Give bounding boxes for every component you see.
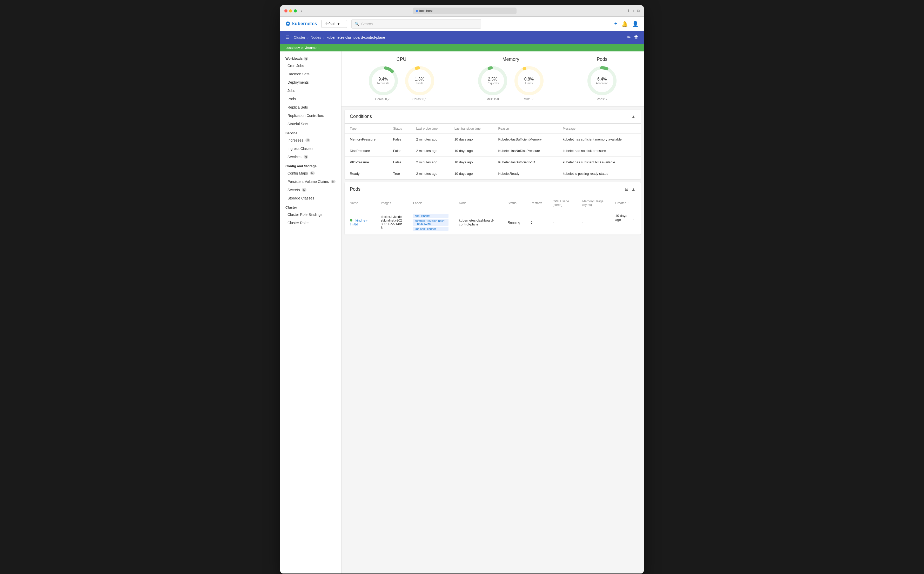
sidebar-icon[interactable]: ⧉: [637, 9, 640, 13]
sidebar-item-stateful-sets[interactable]: Stateful Sets: [280, 120, 341, 128]
condition-type: Ready: [345, 168, 388, 180]
pods-col-status: Status: [502, 196, 525, 210]
minimize-button[interactable]: [289, 9, 292, 13]
sidebar-item-storage-classes[interactable]: Storage Classes: [280, 194, 341, 202]
notification-icon[interactable]: 🔔: [622, 21, 628, 27]
pvc-badge: N: [331, 180, 336, 183]
user-icon[interactable]: 👤: [632, 21, 639, 27]
breadcrumb-sep-1: ›: [307, 35, 309, 39]
dropdown-icon: ▾: [338, 22, 339, 26]
back-button[interactable]: ‹: [301, 9, 302, 13]
env-text: Local dev environment: [285, 46, 320, 50]
sidebar-item-pvc[interactable]: Persistent Volume Claims N: [280, 177, 341, 186]
sidebar-item-deployments[interactable]: Deployments: [280, 78, 341, 87]
sidebar-item-secrets[interactable]: Secrets N: [280, 186, 341, 194]
memory-limits-bottom: MiB: 50: [524, 98, 534, 101]
col-reason: Reason: [493, 124, 557, 134]
condition-reason: KubeletHasSufficientMemory: [493, 134, 557, 145]
cpu-limits-label: Limits: [415, 82, 424, 85]
pods-chart-group: Pods 6.4% Allocation: [586, 57, 617, 101]
conditions-header: Conditions ▲: [345, 110, 641, 124]
pods-section: Pods ⊟ ▲ Name Images Labels Node Status: [345, 182, 641, 235]
url-input[interactable]: localhost ···: [412, 8, 516, 14]
cpu-limits-donut: 1.3% Limits: [404, 65, 435, 96]
namespace-select[interactable]: default ▾: [321, 20, 347, 28]
sidebar-item-daemon-sets[interactable]: Daemon Sets: [280, 70, 341, 78]
condition-message: kubelet has sufficient memory available: [557, 134, 641, 145]
label-chip: controller-revision-hash: 5 8f5b657b8: [413, 219, 449, 226]
sidebar-item-cluster-roles[interactable]: Cluster Roles: [280, 219, 341, 227]
pods-toggle[interactable]: ▲: [631, 187, 636, 192]
sidebar-item-jobs[interactable]: Jobs: [280, 87, 341, 95]
table-row: PIDPressure False 2 minutes ago 10 days …: [345, 157, 641, 168]
sidebar-item-services[interactable]: Services N: [280, 153, 341, 161]
sidebar-item-cron-jobs[interactable]: Cron Jobs: [280, 62, 341, 70]
pods-allocation-label: Allocation: [596, 82, 608, 85]
condition-last-transition: 10 days ago: [449, 168, 493, 180]
cpu-requests-donut: 9.4% Requests: [368, 65, 399, 96]
cpu-requests-pct: 9.4%: [377, 77, 389, 82]
new-tab-icon[interactable]: +: [632, 9, 634, 13]
cpu-limits-chart: 1.3% Limits Cores: 0,1: [404, 65, 435, 101]
pods-col-cpu: CPU Usage (cores): [548, 196, 577, 210]
condition-type: MemoryPressure: [345, 134, 388, 145]
table-row: Ready True 2 minutes ago 10 days ago Kub…: [345, 168, 641, 180]
sidebar-item-config-maps[interactable]: Config Maps N: [280, 169, 341, 177]
memory-limits-label: Limits: [524, 82, 534, 85]
sidebar-item-ingress-classes[interactable]: Ingress Classes: [280, 144, 341, 153]
maximize-button[interactable]: [294, 9, 297, 13]
url-text: localhost: [419, 9, 433, 13]
sidebar-item-replica-sets[interactable]: Replica Sets: [280, 103, 341, 112]
memory-limits-donut: 0.8% Limits: [513, 65, 545, 96]
ingresses-badge: N: [305, 139, 310, 142]
condition-last-transition: 10 days ago: [449, 134, 493, 145]
hamburger-icon[interactable]: ☰: [285, 35, 290, 40]
sidebar-item-cluster-role-bindings[interactable]: Cluster Role Bindings: [280, 210, 341, 219]
condition-type: DiskPressure: [345, 145, 388, 157]
workloads-section: Workloads N: [280, 54, 341, 62]
charts-section: CPU 9.4% Requests: [342, 51, 644, 107]
add-icon[interactable]: +: [614, 21, 617, 27]
pods-col-restarts: Restarts: [525, 196, 548, 210]
memory-requests-label: Requests: [487, 82, 499, 85]
condition-message: kubelet has no disk pressure: [557, 145, 641, 157]
sidebar-item-pods[interactable]: Pods: [280, 95, 341, 103]
cluster-section: Cluster: [280, 202, 341, 210]
pod-name-link[interactable]: kindnet-fmj8d: [350, 218, 367, 226]
condition-last-probe: 2 minutes ago: [411, 157, 449, 168]
sidebar-item-replication-controllers[interactable]: Replication Controllers: [280, 112, 341, 120]
breadcrumb-sep-2: ›: [323, 35, 324, 39]
memory-requests-chart: 2.5% Requests MiB: 150: [477, 65, 508, 101]
breadcrumb-current: kubernetes-dashboard-control-plane: [326, 35, 385, 39]
sidebar-item-ingresses[interactable]: Ingresses N: [280, 136, 341, 144]
condition-status: True: [388, 168, 411, 180]
pods-header-row: Name Images Labels Node Status Restarts …: [345, 196, 641, 210]
condition-message: kubelet is posting ready status: [557, 168, 641, 180]
conditions-toggle[interactable]: ▲: [631, 114, 636, 119]
kubernetes-icon: ✿: [285, 20, 290, 27]
pods-charts-row: 6.4% Allocation Pods: 7: [586, 65, 617, 101]
condition-status: False: [388, 134, 411, 145]
cpu-limits-bottom: Cores: 0,1: [412, 98, 427, 101]
cpu-requests-bottom: Cores: 0,75: [375, 98, 391, 101]
pod-more-menu[interactable]: ⋮: [631, 215, 636, 221]
close-button[interactable]: [284, 9, 288, 13]
breadcrumb-cluster[interactable]: Cluster: [294, 35, 305, 39]
logo: ✿ kubernetes: [285, 20, 317, 27]
pod-restarts-cell: 5: [525, 210, 548, 235]
edit-icon[interactable]: ✏: [627, 35, 631, 40]
pods-section-header: Pods ⊟ ▲: [345, 182, 641, 196]
pods-col-memory: Memory Usage (bytes): [577, 196, 610, 210]
service-section: Service: [280, 128, 341, 136]
breadcrumb-nodes[interactable]: Nodes: [311, 35, 321, 39]
pods-col-created: Created ↑: [610, 196, 641, 210]
cpu-title: CPU: [397, 57, 406, 62]
search-bar[interactable]: 🔍 Search: [351, 19, 481, 28]
logo-text: kubernetes: [292, 21, 317, 27]
delete-icon[interactable]: 🗑: [634, 35, 639, 40]
services-badge: N: [304, 155, 308, 159]
share-icon[interactable]: ⬆: [626, 9, 630, 13]
filter-icon[interactable]: ⊟: [625, 187, 628, 192]
condition-last-transition: 10 days ago: [449, 157, 493, 168]
condition-last-transition: 10 days ago: [449, 145, 493, 157]
